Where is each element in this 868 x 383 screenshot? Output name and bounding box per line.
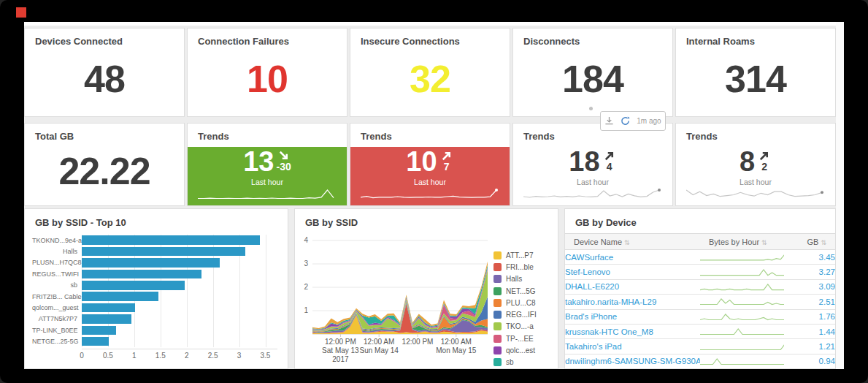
legend-item[interactable]: REG...IFI xyxy=(493,308,550,320)
gb-value: 1.76 xyxy=(784,309,835,324)
legend-item[interactable]: TP-...EE xyxy=(493,333,550,344)
bar[interactable] xyxy=(82,270,201,279)
gb-value: 3.27 xyxy=(784,265,835,279)
svg-text:1: 1 xyxy=(304,306,308,314)
bar[interactable] xyxy=(82,258,220,268)
area-chart-legend: ATT...P7FRI...bleHallsNET...5GPLU...C8RE… xyxy=(493,249,550,369)
card-trend-connection-failures: Trends 13 -30 Last hour xyxy=(187,123,347,206)
total-gb-value: 22.22 xyxy=(25,142,184,205)
trend-delta: 2 xyxy=(761,162,767,172)
bar[interactable] xyxy=(82,292,158,301)
legend-item[interactable]: FRI...ble xyxy=(493,261,550,273)
bar[interactable] xyxy=(82,247,245,257)
gb-value: 3.09 xyxy=(784,279,835,294)
card-title: Total GB xyxy=(25,124,184,142)
table-row: krussnak-HTC One_M81.44 xyxy=(565,324,835,338)
bar-row: FRITZ!B... Cable xyxy=(32,291,279,302)
trends-row: Total GB 22.22 Trends 13 -30 Last hour xyxy=(24,123,836,206)
bytes-by-hour-sparkline xyxy=(700,279,784,294)
bar[interactable] xyxy=(82,235,260,245)
bytes-by-hour-sparkline xyxy=(700,295,784,309)
legend-item[interactable]: NET...5G xyxy=(493,285,550,297)
trend-value: 18 xyxy=(569,148,599,175)
bytes-by-hour-sparkline xyxy=(700,324,784,338)
card-title: Trends xyxy=(188,124,347,142)
svg-text:Mon May 15: Mon May 15 xyxy=(436,346,476,354)
trend-delta: 4 xyxy=(607,162,612,172)
legend-swatch xyxy=(493,335,502,343)
trend-sparkline xyxy=(686,189,825,201)
sort-icon: ⇅ xyxy=(821,239,826,246)
bar[interactable] xyxy=(82,303,135,313)
bar[interactable] xyxy=(82,281,185,290)
device-name-link[interactable]: DHALL-E6220 xyxy=(565,282,619,291)
column-header-bytes-by-hour[interactable]: Bytes by Hour⇅ xyxy=(700,234,784,250)
trend-value: 13 xyxy=(243,148,274,175)
drag-handle-dot xyxy=(589,107,593,110)
device-name-link[interactable]: dnwilinghm6-SAMSUNG-SM-G930A xyxy=(565,357,700,365)
card-title: Insecure Connections xyxy=(350,29,510,47)
svg-text:3: 3 xyxy=(304,259,308,268)
legend-item[interactable]: PLU...C8 xyxy=(493,297,550,308)
gb-value: 2.51 xyxy=(784,295,835,309)
panel-title: GB by Device xyxy=(565,209,835,233)
device-name-link[interactable]: takahiro.narita-MHA-L29 xyxy=(565,297,656,306)
legend-item[interactable]: OTHER xyxy=(493,368,550,369)
gb-by-ssid-bar-chart: TKOKND...9e4-aHallsPLUSN...H7QC8REGUS...… xyxy=(32,235,279,365)
legend-item[interactable]: ATT...P7 xyxy=(493,249,550,261)
card-connection-failures: Connection Failures 10 xyxy=(187,28,347,117)
svg-text:2: 2 xyxy=(304,283,308,291)
bar-category-label: qolcom..._guest xyxy=(32,304,82,311)
card-total-gb: Total GB 22.22 xyxy=(24,123,185,206)
panel-gb-by-ssid-area: GB by SSID 123412:00 PMSat May 13201712:… xyxy=(294,208,558,369)
legend-swatch xyxy=(493,275,502,283)
device-name-link[interactable]: krussnak-HTC One_M8 xyxy=(565,327,653,336)
trend-period-label: Last hour xyxy=(251,178,283,186)
legend-item[interactable]: Halls xyxy=(493,273,550,285)
legend-item[interactable]: sb xyxy=(493,357,550,368)
bar[interactable] xyxy=(82,337,109,346)
bottom-panels: GB by SSID - Top 10 TKOKND...9e4-aHallsP… xyxy=(24,208,836,369)
red-indicator xyxy=(16,7,26,18)
bytes-by-hour-sparkline xyxy=(700,265,784,279)
bar-category-label: NETGE...25-5G xyxy=(32,338,82,345)
trend-sparkline xyxy=(198,189,337,201)
column-header-gb[interactable]: GB⇅ xyxy=(784,234,835,250)
device-name-link[interactable]: CAWSurface xyxy=(565,253,613,262)
card-hover-toolbar: 1m ago xyxy=(600,111,666,131)
svg-text:Sun May 14: Sun May 14 xyxy=(360,346,399,354)
table-row: CAWSurface3.45 xyxy=(565,250,835,265)
device-name-link[interactable]: Stef-Lenovo xyxy=(565,268,610,276)
dashboard-page: Devices Connected 48 Connection Failures… xyxy=(24,22,844,369)
column-header-device-name[interactable]: Device Name⇅ xyxy=(565,234,700,250)
bytes-by-hour-sparkline xyxy=(700,250,784,265)
legend-label: PLU...C8 xyxy=(506,299,536,307)
trend-period-label: Last hour xyxy=(577,178,609,186)
legend-item[interactable]: TKO...-a xyxy=(493,321,550,333)
gb-value: 1.44 xyxy=(784,324,835,338)
refresh-icon[interactable] xyxy=(621,116,630,126)
card-trend-insecure: Trends 10 7 Last hour xyxy=(350,123,510,206)
legend-item[interactable]: qolc...est xyxy=(493,344,550,356)
bar-row: sb xyxy=(32,280,279,291)
devices-connected-value: 48 xyxy=(25,47,184,116)
card-title: Connection Failures xyxy=(188,29,347,47)
card-disconnects: Disconnects 184 xyxy=(512,28,673,117)
sort-icon: ⇅ xyxy=(761,239,767,246)
device-name-link[interactable]: Brad's iPhone xyxy=(565,312,617,321)
gb-value: 3.45 xyxy=(784,250,835,265)
card-devices-connected: Devices Connected 48 xyxy=(24,28,185,117)
trend-sparkline xyxy=(523,189,662,201)
disconnects-value: 184 xyxy=(513,47,672,116)
download-icon[interactable] xyxy=(604,116,614,126)
bytes-by-hour-sparkline xyxy=(700,309,784,324)
bar[interactable] xyxy=(82,314,131,324)
table-row: takahiro.narita-MHA-L292.51 xyxy=(565,295,835,309)
device-name-link[interactable]: Takahiro's iPad xyxy=(565,342,622,351)
svg-text:12:00 AM: 12:00 AM xyxy=(441,338,472,346)
legend-label: TKO...-a xyxy=(506,322,534,330)
bar[interactable] xyxy=(82,326,116,335)
legend-swatch xyxy=(493,346,502,354)
table-row: dnwilinghm6-SAMSUNG-SM-G930A0.94 xyxy=(565,354,835,368)
legend-label: qolc...est xyxy=(506,346,535,354)
